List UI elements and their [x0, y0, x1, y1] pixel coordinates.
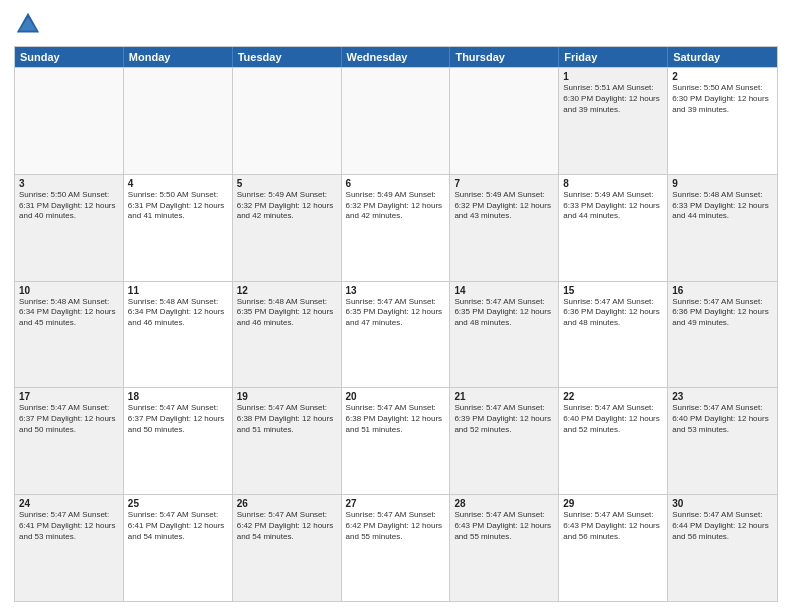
day-info: Sunrise: 5:49 AM Sunset: 6:32 PM Dayligh…: [346, 190, 446, 222]
day-info: Sunrise: 5:47 AM Sunset: 6:35 PM Dayligh…: [454, 297, 554, 329]
day-cell-22: 22Sunrise: 5:47 AM Sunset: 6:40 PM Dayli…: [559, 388, 668, 494]
calendar-row-1: 3Sunrise: 5:50 AM Sunset: 6:31 PM Daylig…: [15, 174, 777, 281]
calendar-body: 1Sunrise: 5:51 AM Sunset: 6:30 PM Daylig…: [15, 67, 777, 601]
page: SundayMondayTuesdayWednesdayThursdayFrid…: [0, 0, 792, 612]
day-info: Sunrise: 5:47 AM Sunset: 6:38 PM Dayligh…: [237, 403, 337, 435]
day-number: 5: [237, 178, 337, 189]
day-number: 24: [19, 498, 119, 509]
calendar-header: SundayMondayTuesdayWednesdayThursdayFrid…: [15, 47, 777, 67]
day-number: 27: [346, 498, 446, 509]
day-number: 12: [237, 285, 337, 296]
day-info: Sunrise: 5:50 AM Sunset: 6:30 PM Dayligh…: [672, 83, 773, 115]
day-info: Sunrise: 5:47 AM Sunset: 6:40 PM Dayligh…: [563, 403, 663, 435]
day-cell-10: 10Sunrise: 5:48 AM Sunset: 6:34 PM Dayli…: [15, 282, 124, 388]
empty-cell-0-3: [342, 68, 451, 174]
day-number: 16: [672, 285, 773, 296]
day-info: Sunrise: 5:51 AM Sunset: 6:30 PM Dayligh…: [563, 83, 663, 115]
empty-cell-0-0: [15, 68, 124, 174]
day-cell-6: 6Sunrise: 5:49 AM Sunset: 6:32 PM Daylig…: [342, 175, 451, 281]
day-number: 2: [672, 71, 773, 82]
calendar: SundayMondayTuesdayWednesdayThursdayFrid…: [14, 46, 778, 602]
calendar-row-0: 1Sunrise: 5:51 AM Sunset: 6:30 PM Daylig…: [15, 67, 777, 174]
day-cell-29: 29Sunrise: 5:47 AM Sunset: 6:43 PM Dayli…: [559, 495, 668, 601]
day-info: Sunrise: 5:47 AM Sunset: 6:42 PM Dayligh…: [346, 510, 446, 542]
weekday-header-sunday: Sunday: [15, 47, 124, 67]
day-number: 21: [454, 391, 554, 402]
day-cell-20: 20Sunrise: 5:47 AM Sunset: 6:38 PM Dayli…: [342, 388, 451, 494]
day-number: 3: [19, 178, 119, 189]
day-cell-17: 17Sunrise: 5:47 AM Sunset: 6:37 PM Dayli…: [15, 388, 124, 494]
day-info: Sunrise: 5:49 AM Sunset: 6:32 PM Dayligh…: [237, 190, 337, 222]
day-info: Sunrise: 5:47 AM Sunset: 6:43 PM Dayligh…: [454, 510, 554, 542]
day-info: Sunrise: 5:47 AM Sunset: 6:41 PM Dayligh…: [19, 510, 119, 542]
day-info: Sunrise: 5:50 AM Sunset: 6:31 PM Dayligh…: [128, 190, 228, 222]
day-number: 7: [454, 178, 554, 189]
weekday-header-tuesday: Tuesday: [233, 47, 342, 67]
day-cell-1: 1Sunrise: 5:51 AM Sunset: 6:30 PM Daylig…: [559, 68, 668, 174]
weekday-header-wednesday: Wednesday: [342, 47, 451, 67]
logo-icon: [14, 10, 42, 38]
day-info: Sunrise: 5:47 AM Sunset: 6:43 PM Dayligh…: [563, 510, 663, 542]
empty-cell-0-1: [124, 68, 233, 174]
day-cell-23: 23Sunrise: 5:47 AM Sunset: 6:40 PM Dayli…: [668, 388, 777, 494]
day-info: Sunrise: 5:50 AM Sunset: 6:31 PM Dayligh…: [19, 190, 119, 222]
calendar-row-3: 17Sunrise: 5:47 AM Sunset: 6:37 PM Dayli…: [15, 387, 777, 494]
day-info: Sunrise: 5:47 AM Sunset: 6:42 PM Dayligh…: [237, 510, 337, 542]
day-cell-26: 26Sunrise: 5:47 AM Sunset: 6:42 PM Dayli…: [233, 495, 342, 601]
day-number: 6: [346, 178, 446, 189]
day-number: 19: [237, 391, 337, 402]
day-info: Sunrise: 5:47 AM Sunset: 6:37 PM Dayligh…: [19, 403, 119, 435]
day-info: Sunrise: 5:47 AM Sunset: 6:37 PM Dayligh…: [128, 403, 228, 435]
day-info: Sunrise: 5:47 AM Sunset: 6:36 PM Dayligh…: [563, 297, 663, 329]
day-info: Sunrise: 5:47 AM Sunset: 6:44 PM Dayligh…: [672, 510, 773, 542]
day-cell-15: 15Sunrise: 5:47 AM Sunset: 6:36 PM Dayli…: [559, 282, 668, 388]
day-number: 14: [454, 285, 554, 296]
day-info: Sunrise: 5:47 AM Sunset: 6:39 PM Dayligh…: [454, 403, 554, 435]
weekday-header-monday: Monday: [124, 47, 233, 67]
day-number: 20: [346, 391, 446, 402]
day-info: Sunrise: 5:49 AM Sunset: 6:33 PM Dayligh…: [563, 190, 663, 222]
day-number: 13: [346, 285, 446, 296]
day-number: 29: [563, 498, 663, 509]
day-number: 11: [128, 285, 228, 296]
day-number: 4: [128, 178, 228, 189]
day-cell-11: 11Sunrise: 5:48 AM Sunset: 6:34 PM Dayli…: [124, 282, 233, 388]
day-number: 1: [563, 71, 663, 82]
day-info: Sunrise: 5:49 AM Sunset: 6:32 PM Dayligh…: [454, 190, 554, 222]
day-info: Sunrise: 5:47 AM Sunset: 6:35 PM Dayligh…: [346, 297, 446, 329]
day-cell-21: 21Sunrise: 5:47 AM Sunset: 6:39 PM Dayli…: [450, 388, 559, 494]
day-info: Sunrise: 5:48 AM Sunset: 6:35 PM Dayligh…: [237, 297, 337, 329]
day-info: Sunrise: 5:47 AM Sunset: 6:38 PM Dayligh…: [346, 403, 446, 435]
day-number: 8: [563, 178, 663, 189]
day-info: Sunrise: 5:48 AM Sunset: 6:34 PM Dayligh…: [19, 297, 119, 329]
day-cell-5: 5Sunrise: 5:49 AM Sunset: 6:32 PM Daylig…: [233, 175, 342, 281]
day-cell-27: 27Sunrise: 5:47 AM Sunset: 6:42 PM Dayli…: [342, 495, 451, 601]
day-cell-8: 8Sunrise: 5:49 AM Sunset: 6:33 PM Daylig…: [559, 175, 668, 281]
day-number: 30: [672, 498, 773, 509]
day-cell-9: 9Sunrise: 5:48 AM Sunset: 6:33 PM Daylig…: [668, 175, 777, 281]
day-number: 17: [19, 391, 119, 402]
empty-cell-0-2: [233, 68, 342, 174]
calendar-row-2: 10Sunrise: 5:48 AM Sunset: 6:34 PM Dayli…: [15, 281, 777, 388]
day-cell-14: 14Sunrise: 5:47 AM Sunset: 6:35 PM Dayli…: [450, 282, 559, 388]
day-number: 26: [237, 498, 337, 509]
header: [14, 10, 778, 38]
day-cell-4: 4Sunrise: 5:50 AM Sunset: 6:31 PM Daylig…: [124, 175, 233, 281]
weekday-header-saturday: Saturday: [668, 47, 777, 67]
empty-cell-0-4: [450, 68, 559, 174]
logo: [14, 10, 46, 38]
day-cell-2: 2Sunrise: 5:50 AM Sunset: 6:30 PM Daylig…: [668, 68, 777, 174]
day-number: 28: [454, 498, 554, 509]
day-info: Sunrise: 5:47 AM Sunset: 6:41 PM Dayligh…: [128, 510, 228, 542]
day-number: 25: [128, 498, 228, 509]
day-cell-30: 30Sunrise: 5:47 AM Sunset: 6:44 PM Dayli…: [668, 495, 777, 601]
day-number: 22: [563, 391, 663, 402]
day-number: 18: [128, 391, 228, 402]
calendar-row-4: 24Sunrise: 5:47 AM Sunset: 6:41 PM Dayli…: [15, 494, 777, 601]
day-cell-28: 28Sunrise: 5:47 AM Sunset: 6:43 PM Dayli…: [450, 495, 559, 601]
day-info: Sunrise: 5:48 AM Sunset: 6:34 PM Dayligh…: [128, 297, 228, 329]
day-info: Sunrise: 5:47 AM Sunset: 6:36 PM Dayligh…: [672, 297, 773, 329]
weekday-header-thursday: Thursday: [450, 47, 559, 67]
day-number: 23: [672, 391, 773, 402]
day-cell-7: 7Sunrise: 5:49 AM Sunset: 6:32 PM Daylig…: [450, 175, 559, 281]
